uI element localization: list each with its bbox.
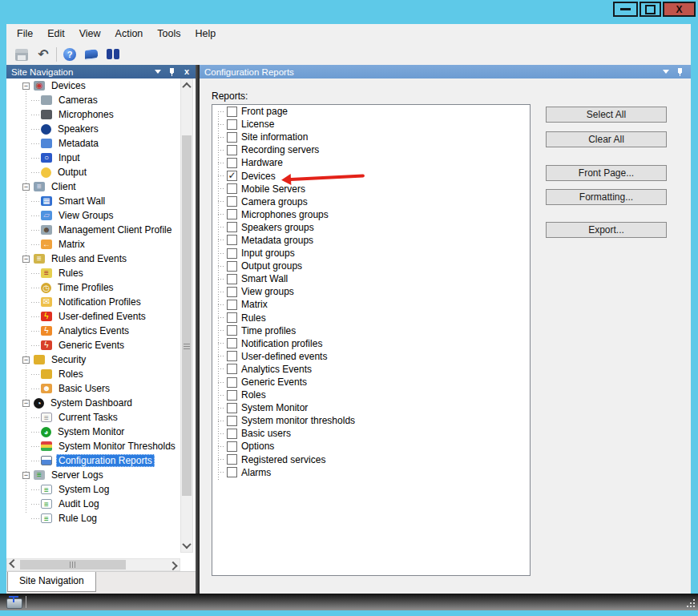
sidebar-item-roles[interactable]: Roles — [6, 367, 180, 381]
find-button[interactable] — [106, 47, 120, 62]
unchecked-checkbox[interactable] — [227, 274, 237, 284]
sidebar-item-client[interactable]: −≡Client — [6, 179, 180, 194]
close-button[interactable]: X — [663, 2, 696, 17]
unchecked-checkbox[interactable] — [227, 300, 237, 310]
report-checkbox-row-system-monitor-thresholds[interactable]: System monitor thresholds — [212, 414, 530, 427]
clear-all-button[interactable]: Clear All — [546, 131, 667, 147]
documentation-button[interactable] — [84, 47, 99, 62]
sidebar-item-system-monitor-thresholds[interactable]: System Monitor Thresholds — [6, 439, 180, 453]
undo-button[interactable]: ↶ — [36, 47, 50, 62]
collapse-arrow-icon[interactable] — [155, 70, 161, 74]
report-checkbox-row-output-groups[interactable]: Output groups — [212, 260, 530, 272]
tree-horizontal-scrollbar[interactable] — [6, 558, 180, 571]
sidebar-item-rules[interactable]: ≡Rules — [6, 266, 180, 280]
scroll-right-icon[interactable] — [167, 559, 179, 570]
report-checkbox-row-front-page[interactable]: Front page — [212, 105, 530, 118]
report-checkbox-row-site-information[interactable]: Site information — [212, 131, 530, 143]
sidebar-item-configuration-reports[interactable]: Configuration Reports — [6, 453, 180, 468]
scroll-down-icon[interactable] — [181, 540, 192, 551]
unchecked-checkbox[interactable] — [227, 196, 237, 207]
unchecked-checkbox[interactable] — [227, 235, 237, 245]
unchecked-checkbox[interactable] — [227, 416, 237, 426]
unchecked-checkbox[interactable] — [227, 338, 237, 348]
sidebar-item-user-defined-events[interactable]: ϟUser-defined Events — [6, 309, 180, 324]
menu-view[interactable]: View — [72, 24, 108, 44]
unchecked-checkbox[interactable] — [227, 145, 237, 155]
unchecked-checkbox[interactable] — [227, 222, 237, 232]
sidebar-item-microphones[interactable]: Microphones — [6, 107, 180, 122]
sidebar-item-system-dashboard[interactable]: −◔System Dashboard — [6, 396, 180, 410]
report-checkbox-row-alarms[interactable]: Alarms — [212, 466, 530, 479]
report-checkbox-row-system-monitor[interactable]: System Monitor — [212, 401, 530, 414]
report-checkbox-row-speakers-groups[interactable]: Speakers groups — [212, 221, 530, 234]
resize-grip-icon[interactable] — [687, 599, 695, 607]
menu-tools[interactable]: Tools — [150, 24, 188, 44]
scroll-left-icon[interactable] — [8, 559, 19, 570]
collapse-box-icon[interactable]: − — [22, 472, 30, 479]
unchecked-checkbox[interactable] — [227, 183, 237, 194]
report-checkbox-row-notification-profiles[interactable]: Notification profiles — [212, 337, 530, 350]
report-checkbox-row-time-profiles[interactable]: Time profiles — [212, 324, 530, 337]
front-page-button[interactable]: Front Page... — [546, 165, 667, 181]
report-checkbox-row-smart-wall[interactable]: Smart Wall — [212, 272, 530, 285]
sidebar-item-input[interactable]: ○Input — [6, 151, 180, 165]
unchecked-checkbox[interactable] — [227, 209, 237, 219]
collapse-arrow-icon[interactable] — [663, 70, 669, 74]
unchecked-checkbox[interactable] — [227, 364, 237, 374]
sidebar-item-system-log[interactable]: ≡System Log — [6, 482, 180, 497]
sidebar-item-rule-log[interactable]: ≡Rule Log — [6, 511, 180, 525]
sidebar-item-generic-events[interactable]: ϟGeneric Events — [6, 338, 180, 352]
horizontal-scroll-thumb[interactable] — [20, 560, 126, 570]
sidebar-item-cameras[interactable]: Cameras — [6, 93, 180, 107]
export-button[interactable]: Export... — [546, 222, 667, 238]
report-checkbox-row-mobile-servers[interactable]: Mobile Servers — [212, 183, 530, 195]
menu-action[interactable]: Action — [108, 24, 151, 44]
sidebar-item-analytics-events[interactable]: ϟAnalytics Events — [6, 324, 180, 338]
sidebar-item-system-monitor[interactable]: ◕System Monitor — [6, 425, 180, 439]
report-checkbox-row-hardware[interactable]: Hardware — [212, 156, 530, 169]
report-checkbox-row-roles[interactable]: Roles — [212, 389, 530, 401]
sidebar-item-speakers[interactable]: Speakers — [6, 122, 180, 136]
formatting-button[interactable]: Formatting... — [546, 189, 667, 205]
collapse-box-icon[interactable]: − — [22, 356, 30, 364]
unchecked-checkbox[interactable] — [227, 158, 237, 168]
collapse-box-icon[interactable]: − — [22, 256, 30, 263]
sidebar-item-devices[interactable]: −◉Devices — [6, 79, 180, 93]
unchecked-checkbox[interactable] — [227, 248, 237, 259]
unchecked-checkbox[interactable] — [227, 325, 237, 336]
report-checkbox-row-registered-services[interactable]: Registered services — [212, 453, 530, 466]
unchecked-checkbox[interactable] — [227, 403, 237, 413]
sidebar-item-time-profiles[interactable]: ◷Time Profiles — [6, 280, 180, 295]
collapse-box-icon[interactable]: − — [22, 183, 30, 191]
report-checkbox-row-basic-users[interactable]: Basic users — [212, 427, 530, 440]
unchecked-checkbox[interactable] — [227, 377, 237, 388]
tab-site-navigation[interactable]: Site Navigation — [7, 572, 96, 592]
sidebar-item-smart-wall[interactable]: ▦Smart Wall — [6, 194, 180, 208]
sidebar-item-output[interactable]: Output — [6, 165, 180, 179]
report-checkbox-row-input-groups[interactable]: Input groups — [212, 247, 530, 260]
unchecked-checkbox[interactable] — [227, 119, 237, 130]
unchecked-checkbox[interactable] — [227, 261, 237, 272]
unchecked-checkbox[interactable] — [227, 351, 237, 361]
menu-edit[interactable]: Edit — [40, 24, 72, 44]
minimize-button[interactable] — [613, 2, 638, 17]
sidebar-item-audit-log[interactable]: ≡Audit Log — [6, 497, 180, 511]
unchecked-checkbox[interactable] — [227, 441, 237, 452]
sidebar-item-view-groups[interactable]: ▱View Groups — [6, 208, 180, 223]
vertical-scroll-thumb[interactable] — [182, 135, 192, 496]
report-checkbox-row-camera-groups[interactable]: Camera groups — [212, 195, 530, 208]
unchecked-checkbox[interactable] — [227, 429, 237, 439]
report-checkbox-row-devices[interactable]: ✓Devices — [212, 169, 530, 182]
select-all-button[interactable]: Select All — [546, 107, 667, 123]
report-checkbox-row-options[interactable]: Options — [212, 440, 530, 453]
report-checkbox-row-matrix[interactable]: Matrix — [212, 298, 530, 311]
unchecked-checkbox[interactable] — [227, 390, 237, 401]
panel-close-icon[interactable]: x — [184, 67, 189, 76]
report-checkbox-row-user-defined-events[interactable]: User-defined events — [212, 350, 530, 363]
scroll-up-icon[interactable] — [181, 80, 192, 91]
report-checkbox-row-rules[interactable]: Rules — [212, 312, 530, 324]
sidebar-item-current-tasks[interactable]: ≡Current Tasks — [6, 410, 180, 425]
sidebar-item-management-client-profile[interactable]: ☻Management Client Profile — [6, 223, 180, 237]
sidebar-item-basic-users[interactable]: ☻Basic Users — [6, 381, 180, 396]
maximize-button[interactable] — [639, 2, 661, 17]
